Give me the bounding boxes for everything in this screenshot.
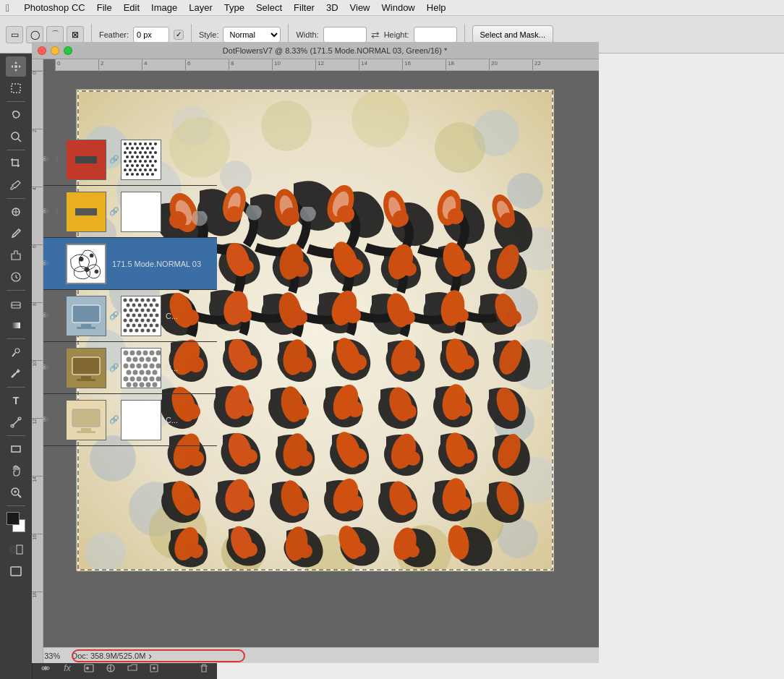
crop-tool-btn[interactable] [6, 153, 26, 174]
layer-item-4[interactable]: 👁 🔗 [33, 290, 217, 342]
quick-select-tool-btn[interactable] [6, 127, 26, 147]
svg-point-189 [149, 151, 152, 154]
hand-tool-btn[interactable] [6, 461, 26, 481]
healing-brush-btn[interactable] [6, 202, 26, 222]
svg-point-204 [126, 164, 129, 167]
maximize-window-btn[interactable] [64, 46, 72, 55]
minimize-window-btn[interactable] [51, 46, 59, 55]
menu-photoshop[interactable]: Photoshop CC [18, 0, 91, 16]
svg-point-258 [150, 313, 153, 317]
svg-point-286 [143, 350, 148, 355]
menu-type[interactable]: Type [218, 0, 250, 16]
ellipse-tool-btn[interactable]: ◯ [26, 26, 43, 43]
height-input[interactable] [414, 27, 457, 43]
svg-point-72 [500, 213, 515, 227]
svg-point-178 [126, 147, 129, 150]
layer-item-5[interactable]: 👁 🔗 [33, 342, 217, 394]
svg-point-219 [136, 173, 139, 176]
feather-input[interactable] [133, 27, 169, 43]
swap-dimensions-btn[interactable]: ⇄ [371, 29, 380, 40]
screen-mode-btn[interactable] [6, 561, 26, 581]
svg-point-194 [141, 155, 144, 158]
style-select[interactable]: Normal Fixed Ratio Fixed Size [223, 27, 281, 43]
svg-point-32 [85, 532, 126, 571]
layer-name-3: 171.5 Mode.NORMAL 03 [112, 260, 213, 268]
clone-stamp-btn[interactable] [6, 245, 26, 265]
svg-point-277 [153, 328, 156, 332]
menu-edit[interactable]: Edit [118, 0, 145, 16]
svg-point-161 [298, 544, 312, 558]
menu-image[interactable]: Image [145, 0, 183, 16]
brush-tool-btn[interactable] [6, 223, 26, 244]
marquee-tool-btn[interactable] [6, 78, 26, 98]
svg-point-269 [144, 323, 148, 327]
svg-point-86 [456, 260, 471, 274]
rect-select-tool-btn[interactable]: ▭ [6, 26, 23, 43]
svg-point-305 [124, 376, 129, 381]
menu-select[interactable]: Select [250, 0, 288, 16]
svg-rect-232 [72, 305, 100, 323]
dodge-tool-btn[interactable] [6, 342, 26, 362]
svg-point-293 [153, 356, 158, 362]
width-input[interactable] [323, 27, 367, 43]
svg-point-112 [406, 357, 420, 372]
poly-tool-btn[interactable]: ⊠ [67, 26, 84, 43]
layer-mask-2 [121, 192, 161, 232]
lasso-tool-btn[interactable] [6, 105, 26, 125]
menu-layer[interactable]: Layer [183, 0, 218, 16]
menu-3d[interactable]: 3D [320, 0, 344, 16]
svg-point-271 [155, 323, 159, 327]
layer-item-6[interactable]: 👁 🔗 C... [33, 394, 217, 446]
menu-filter[interactable]: Filter [288, 0, 320, 16]
move-tool-btn[interactable] [6, 56, 26, 77]
layer-item-2[interactable]: 👁 f 🔗 [33, 186, 217, 238]
svg-point-255 [132, 313, 136, 317]
quick-mask-btn[interactable] [6, 539, 26, 560]
anti-alias-btn[interactable]: ✓ [174, 30, 184, 40]
svg-point-227 [79, 257, 83, 261]
svg-point-134 [188, 450, 204, 466]
svg-point-180 [136, 147, 139, 150]
svg-point-193 [136, 155, 139, 158]
apple-menu[interactable]:  [6, 2, 9, 14]
traffic-lights [38, 46, 72, 55]
svg-rect-9 [12, 323, 20, 328]
layer-item-1[interactable]: 👁 f 🔗 [33, 134, 217, 186]
svg-point-297 [143, 363, 148, 368]
svg-point-98 [401, 310, 415, 325]
history-brush-btn[interactable] [6, 267, 26, 287]
svg-point-186 [134, 151, 137, 154]
svg-point-300 [127, 370, 132, 375]
svg-point-200 [139, 160, 142, 163]
menu-view[interactable]: View [344, 0, 376, 16]
svg-point-151 [402, 498, 417, 513]
svg-point-67 [226, 206, 242, 222]
text-tool-btn[interactable]: T [6, 390, 26, 411]
svg-point-198 [129, 160, 132, 163]
close-window-btn[interactable] [38, 46, 46, 55]
status-arrow[interactable]: › [148, 650, 152, 662]
foreground-color-swatch[interactable] [7, 512, 20, 525]
path-select-btn[interactable] [6, 412, 26, 432]
svg-point-238 [135, 298, 139, 302]
lasso-tool-btn[interactable]: ⌒ [46, 26, 64, 43]
menu-help[interactable]: Help [421, 0, 452, 16]
svg-point-259 [155, 313, 159, 317]
eraser-tool-btn[interactable] [6, 294, 26, 314]
gradient-tool-btn[interactable] [6, 315, 26, 336]
layer-info-6: C... [163, 416, 213, 424]
eyedropper-tool-btn[interactable] [6, 175, 26, 195]
rectangle-shape-btn[interactable] [6, 439, 26, 459]
svg-point-267 [132, 323, 136, 327]
layer-item-3[interactable]: 👁 [33, 238, 217, 290]
menu-file[interactable]: File [91, 0, 118, 16]
svg-point-247 [155, 303, 159, 307]
select-mask-button[interactable]: Select and Mask... [472, 25, 554, 44]
svg-point-139 [460, 449, 474, 464]
zoom-tool-btn[interactable] [6, 482, 26, 503]
menu-window[interactable]: Window [376, 0, 421, 16]
pen-tool-btn[interactable] [6, 364, 26, 384]
layer-thumbnail-2 [66, 192, 106, 232]
layer-name-6: C... [166, 416, 213, 424]
svg-point-152 [456, 496, 471, 511]
